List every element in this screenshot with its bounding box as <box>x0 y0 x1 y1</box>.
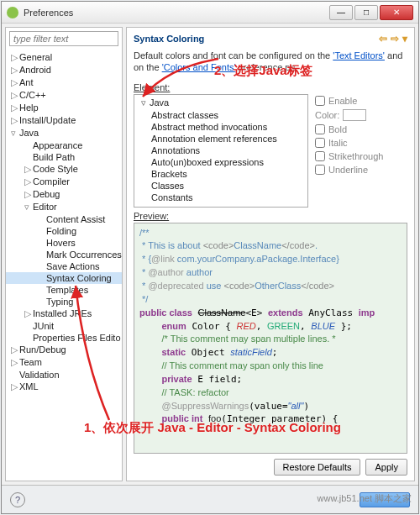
minimize-button[interactable]: — <box>329 5 353 20</box>
back-arrow-icon[interactable]: ⇦ <box>379 33 387 45</box>
tree-item[interactable]: ▷Installed JREs <box>6 307 122 320</box>
tree-item[interactable]: ▿Java <box>6 127 122 139</box>
filter-input[interactable] <box>9 31 118 46</box>
element-item[interactable]: Constants <box>136 192 306 203</box>
element-list[interactable]: ▿JavaAbstract classesAbstract method inv… <box>134 94 308 208</box>
help-icon[interactable]: ? <box>10 492 25 507</box>
preferences-window: Preferences — □ ✕ ▷General▷Android▷Ant▷C… <box>1 1 419 514</box>
tree-item[interactable]: Folding <box>6 225 122 237</box>
element-label: Element: <box>134 82 407 92</box>
content-area: ▷General▷Android▷Ant▷C/C++▷Help▷Install/… <box>2 24 418 485</box>
color-swatch[interactable] <box>343 109 366 121</box>
element-item[interactable]: Classes <box>136 180 306 192</box>
element-item[interactable]: ▿Java <box>136 97 306 109</box>
tree-item[interactable]: ▷Compiler <box>6 176 122 188</box>
close-button[interactable]: ✕ <box>380 5 413 20</box>
window-title: Preferences <box>24 8 328 18</box>
strike-checkbox[interactable] <box>315 151 325 161</box>
heading-text: Syntax Coloring <box>134 34 204 44</box>
menu-dropdown-icon[interactable]: ▾ <box>402 33 407 45</box>
text-editors-link[interactable]: 'Text Editors' <box>333 50 385 60</box>
colors-fonts-link[interactable]: 'Colors and Fonts' <box>162 62 236 72</box>
tree-item[interactable]: Validation <box>6 369 122 381</box>
tree-item[interactable]: ▷Code Style <box>6 163 122 176</box>
tree-item[interactable]: ▷C/C++ <box>6 89 122 102</box>
tree-item[interactable]: Appearance <box>6 139 122 151</box>
maximize-button[interactable]: □ <box>354 5 378 20</box>
forward-arrow-icon[interactable]: ⇨ <box>391 33 399 45</box>
tree-item[interactable]: ▷Help <box>6 102 122 114</box>
tree-item[interactable]: Mark Occurrences <box>6 249 122 260</box>
tree-item[interactable]: ▿Editor <box>6 201 122 213</box>
tree-item[interactable]: ▷XML <box>6 381 122 393</box>
underline-checkbox[interactable] <box>315 165 325 175</box>
element-item[interactable]: Abstract method invocations <box>136 121 306 133</box>
element-item[interactable]: Auto(un)boxed expressions <box>136 156 306 168</box>
tree-item[interactable]: ▷Ant <box>6 76 122 89</box>
enable-checkbox[interactable] <box>315 96 325 106</box>
main-panel: Syntax Coloring ⇦ ⇨ ▾ Default colors and… <box>126 27 415 481</box>
tree-item[interactable]: ▷Install/Update <box>6 114 122 127</box>
tree-item[interactable]: Templates <box>6 284 122 296</box>
element-item[interactable]: Annotations <box>136 145 306 156</box>
tree-item[interactable]: JUnit <box>6 320 122 332</box>
bold-checkbox[interactable] <box>315 124 325 134</box>
tree-item[interactable]: Syntax Coloring <box>6 272 122 284</box>
sidebar: ▷General▷Android▷Ant▷C/C++▷Help▷Install/… <box>5 27 123 481</box>
tree-item[interactable]: Hovers <box>6 237 122 249</box>
element-item[interactable]: Annotation element references <box>136 133 306 145</box>
tree-item[interactable]: ▷Debug <box>6 188 122 201</box>
tree-item[interactable]: ▷Run/Debug <box>6 344 122 356</box>
titlebar[interactable]: Preferences — □ ✕ <box>2 2 418 24</box>
tree-item[interactable]: ▷Android <box>6 64 122 76</box>
tree-item[interactable]: Build Path <box>6 151 122 163</box>
tree-item[interactable]: Properties Files Edito <box>6 332 122 344</box>
preview-box: /** * This is about <code>ClassName</cod… <box>134 223 407 454</box>
apply-button[interactable]: Apply <box>365 459 407 476</box>
watermark: www.jb51.net 脚本之家 <box>318 492 412 505</box>
italic-checkbox[interactable] <box>315 138 325 148</box>
restore-defaults-button[interactable]: Restore Defaults <box>274 459 361 476</box>
tree-item[interactable]: Save Actions <box>6 260 122 272</box>
preview-label: Preview: <box>134 211 407 221</box>
description-text: Default colors and font can be configure… <box>134 50 407 74</box>
page-heading: Syntax Coloring ⇦ ⇨ ▾ <box>134 33 407 45</box>
tree-item[interactable]: ▷General <box>6 51 122 64</box>
app-icon <box>7 7 18 18</box>
tree-item[interactable]: Content Assist <box>6 213 122 225</box>
tree-item[interactable]: ▷Team <box>6 356 122 369</box>
preferences-tree[interactable]: ▷General▷Android▷Ant▷C/C++▷Help▷Install/… <box>6 50 122 481</box>
element-item[interactable]: Brackets <box>136 168 306 180</box>
style-options: Enable Color: Bold Italic Strikethrough … <box>315 94 407 208</box>
element-item[interactable]: Abstract classes <box>136 109 306 121</box>
tree-item[interactable]: Typing <box>6 296 122 307</box>
